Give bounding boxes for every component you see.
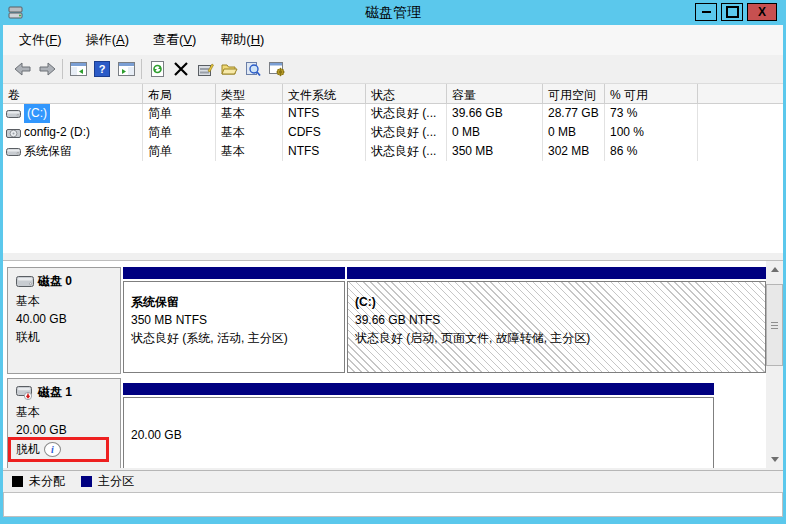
menu-action[interactable]: 操作(A) [76,28,139,52]
partition-c[interactable]: (C:) 39.66 GB NTFS 状态良好 (启动, 页面文件, 故障转储,… [347,267,766,373]
toolbar: ? [3,55,783,84]
partition-title: 系统保留 [131,293,344,311]
partition-color-bar [347,267,766,279]
minimize-button[interactable] [695,3,717,21]
cell-layout: 简单 [143,142,216,161]
scroll-down-button[interactable] [766,451,783,468]
cell-capacity: 350 MB [447,142,543,161]
column-header-capacity[interactable]: 容量 [447,84,543,103]
disk-icon [16,275,34,288]
volume-name-selected[interactable]: (C:) [24,104,50,123]
cell-layout: 简单 [143,104,216,123]
volume-name[interactable]: config-2 (D:) [24,123,90,142]
refresh-icon [150,61,165,77]
legend-unallocated-label: 未分配 [29,473,65,490]
cell-blank [698,104,783,123]
thumb-grip [771,322,778,323]
cell-free-space: 0 MB [543,123,605,142]
disk0-size: 40.00 GB [16,313,120,326]
cell-blank [698,123,783,142]
disk1-info-panel[interactable]: 磁盘 1 基本 20.00 GB 脱机 i [7,378,121,468]
partition-size: 350 MB NTFS [131,311,344,329]
show-action-pane-button[interactable] [114,58,138,80]
table-row-system-reserved[interactable]: 系统保留 简单 基本 NTFS 状态良好 (... 350 MB 302 MB … [3,142,783,161]
disk1-partition[interactable]: 20.00 GB [123,383,714,468]
help-button[interactable]: ? [90,58,114,80]
disk1-status-offline: 脱机 [16,443,40,456]
disk0-type: 基本 [16,295,120,308]
minimize-icon [702,11,711,13]
disk-pane-scrollbar[interactable] [766,261,783,468]
show-console-tree-button[interactable] [66,58,90,80]
column-header-status[interactable]: 状态 [366,84,447,103]
cell-type: 基本 [216,104,283,123]
disk0-status: 联机 [16,331,120,344]
column-header-free-space[interactable]: 可用空间 [543,84,605,103]
maximize-icon [726,6,739,18]
toolbar-separator [141,59,142,79]
action-pane-icon [118,62,135,76]
scrollbar-thumb[interactable] [766,284,783,366]
pane-splitter[interactable] [3,252,783,261]
partition-title: (C:) [355,293,765,311]
column-header-layout[interactable]: 布局 [143,84,216,103]
legend-primary-swatch [81,476,92,487]
cell-filesystem: NTFS [283,104,366,123]
open-folder-button[interactable] [217,58,241,80]
hard-drive-icon [6,146,21,157]
volume-name[interactable]: 系统保留 [24,142,72,161]
search-button[interactable] [241,58,265,80]
table-row-config2[interactable]: config-2 (D:) 简单 基本 CDFS 状态良好 (... 0 MB … [3,123,783,142]
volume-table-header: 卷 布局 类型 文件系统 状态 容量 可用空间 % 可用 [3,84,783,104]
legend-bar: 未分配 主分区 [3,470,783,491]
svg-text:?: ? [99,63,106,75]
properties-button[interactable] [193,58,217,80]
cell-type: 基本 [216,123,283,142]
forward-icon [38,62,56,76]
settings-button[interactable] [265,58,289,80]
console-tree-icon [70,62,87,76]
cell-status: 状态良好 (... [366,142,447,161]
partition-size: 20.00 GB [131,426,713,444]
cell-capacity: 0 MB [447,123,543,142]
column-header-volume[interactable]: 卷 [3,84,143,103]
scroll-up-button[interactable] [766,261,783,278]
back-button[interactable] [11,58,35,80]
cell-free-space: 302 MB [543,142,605,161]
cell-layout: 简单 [143,123,216,142]
delete-icon [174,62,188,76]
title-bar: 磁盘管理 X [0,0,786,25]
toolbar-separator [62,59,63,79]
partition-system-reserved[interactable]: 系统保留 350 MB NTFS 状态良好 (系统, 活动, 主分区) [123,267,345,373]
menu-file[interactable]: 文件(F) [9,28,72,52]
maximize-button[interactable] [721,3,743,21]
disk0-info-panel[interactable]: 磁盘 0 基本 40.00 GB 联机 [7,267,121,374]
column-header-filesystem[interactable]: 文件系统 [283,84,366,103]
menu-view[interactable]: 查看(V) [143,28,206,52]
cell-pct-free: 100 % [605,123,698,142]
cell-capacity: 39.66 GB [447,104,543,123]
menu-help[interactable]: 帮助(H) [210,28,274,52]
disk1-name: 磁盘 1 [38,384,72,401]
cd-drive-icon [6,127,21,139]
forward-button[interactable] [35,58,59,80]
window-border-bottom [0,517,786,524]
column-header-pct-free[interactable]: % 可用 [605,84,698,103]
disk-offline-icon [16,386,34,400]
disk1-size: 20.00 GB [16,424,120,437]
partition-color-bar [123,267,345,279]
scroll-down-icon [771,457,779,462]
hard-drive-icon [6,108,21,119]
refresh-button[interactable] [145,58,169,80]
close-button[interactable]: X [747,3,777,21]
partition-color-bar [123,383,714,395]
column-header-type[interactable]: 类型 [216,84,283,103]
info-bubble-icon[interactable]: i [44,442,61,457]
cell-status: 状态良好 (... [366,104,447,123]
disk0-name: 磁盘 0 [38,273,72,290]
cell-status: 状态良好 (... [366,123,447,142]
disk-graphical-pane: 磁盘 0 基本 40.00 GB 联机 系统保留 350 MB NTFS 状态良… [3,261,783,468]
table-row-c[interactable]: (C:) 简单 基本 NTFS 状态良好 (... 39.66 GB 28.77… [3,104,783,123]
column-header-blank [698,84,783,103]
delete-button[interactable] [169,58,193,80]
